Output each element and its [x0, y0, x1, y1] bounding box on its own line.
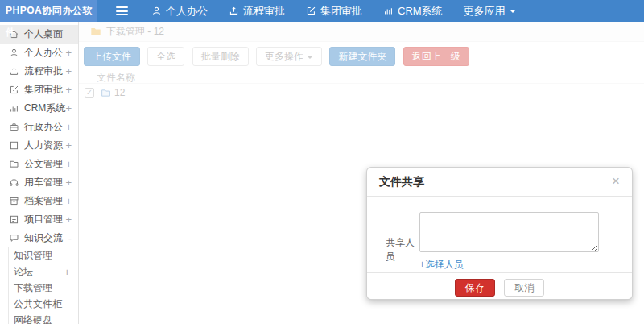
sidebar-item-workflow-approval[interactable]: 流程审批 +	[0, 62, 78, 81]
menu-toggle-button[interactable]	[116, 6, 128, 15]
sidebar-item-label: 知识交流	[24, 231, 63, 245]
process-icon	[9, 66, 19, 77]
sidebar-item-label: 公文管理	[24, 157, 63, 171]
expand-plus-icon[interactable]: +	[65, 177, 72, 188]
chart-icon	[383, 6, 394, 16]
sidebar-subitem-label: 论坛	[14, 265, 33, 279]
cancel-button[interactable]: 取消	[504, 279, 544, 297]
sidebar-subitem-label: 知识管理	[14, 249, 52, 263]
dialog-header: 文件共享 ×	[367, 168, 632, 197]
sidebar-item-label: 人力资源	[24, 139, 63, 152]
sidebar-subitem-label: 公共文件柜	[14, 297, 62, 311]
sidebar-item-label: 档案管理	[24, 194, 63, 208]
nav-item-label: 更多应用	[464, 4, 506, 19]
top-navbar: PHPOA协同办公软件 个人办公 流程审批 集团审批 CRM系统 更多应用	[0, 0, 644, 22]
sidebar-subitem-download-mgmt[interactable]: 下载管理	[9, 280, 78, 296]
sidebar-item-label: 个人桌面	[24, 27, 63, 41]
knowledge-exchange-submenu: 知识管理 论坛 + 下载管理 公共文件柜 网络硬盘	[8, 247, 78, 324]
expand-plus-icon[interactable]: +	[65, 48, 72, 58]
expand-plus-icon[interactable]: +	[65, 66, 72, 77]
sidebar-item-vehicle-mgmt[interactable]: 用车管理 +	[0, 173, 78, 192]
nav-item-label: CRM系统	[398, 4, 443, 19]
app-logo: PHPOA协同办公软件	[0, 0, 97, 22]
expand-plus-icon[interactable]: +	[65, 196, 72, 206]
expand-plus-icon[interactable]: +	[65, 140, 72, 151]
chart-icon	[9, 103, 19, 114]
nav-item-crm[interactable]: CRM系统	[373, 0, 453, 22]
sidebar-item-hr[interactable]: 人力资源 +	[0, 136, 78, 155]
sidebar-subitem-public-file-cabinet[interactable]: 公共文件柜	[9, 296, 78, 312]
document-icon	[9, 214, 19, 225]
top-menu: 个人办公 流程审批 集团审批 CRM系统 更多应用	[141, 0, 526, 22]
sidebar-item-admin-office[interactable]: 行政办公 +	[0, 118, 78, 136]
nav-item-label: 个人办公	[166, 4, 208, 19]
user-icon	[151, 6, 162, 16]
collapse-minus-icon[interactable]: -	[68, 233, 72, 243]
sidebar-item-archive-mgmt[interactable]: 档案管理 +	[0, 192, 78, 210]
sidebar-item-label: CRM系统	[24, 102, 65, 115]
sidebar-subitem-label: 下载管理	[14, 281, 52, 295]
sidebar-item-label: 流程审批	[24, 64, 63, 78]
dialog-body: 共享人员 +选择人员	[367, 197, 632, 272]
sidebar-subitem-label: 网络硬盘	[14, 314, 52, 324]
sidebar-item-crm[interactable]: CRM系统 +	[0, 99, 78, 118]
sidebar-item-label: 项目管理	[24, 213, 63, 226]
sidebar-item-group-approval[interactable]: 集团审批 +	[0, 81, 78, 99]
sidebar-item-personal-office[interactable]: 个人办公 +	[0, 44, 78, 62]
nav-item-label: 集团审批	[320, 4, 362, 19]
sidebar-item-label: 集团审批	[24, 83, 63, 97]
dialog-title: 文件共享	[379, 175, 424, 188]
sidebar-subitem-knowledge-mgmt[interactable]: 知识管理	[9, 247, 78, 264]
headset-icon	[9, 177, 19, 188]
expand-plus-icon[interactable]: +	[65, 122, 72, 132]
expand-plus-icon[interactable]: +	[65, 159, 72, 169]
nav-item-workflow-approval[interactable]: 流程审批	[218, 0, 295, 22]
sidebar-item-label: 个人办公	[24, 46, 63, 60]
archive-icon	[9, 196, 19, 206]
expand-plus-icon[interactable]: +	[64, 267, 70, 277]
book-icon	[9, 140, 19, 151]
edit-icon	[306, 6, 316, 16]
sidebar: 个人桌面 个人办公 + 流程审批 + 集团审批 + CRM系统 + 行政办公 +…	[0, 22, 79, 324]
share-people-textarea[interactable]	[419, 212, 599, 252]
expand-plus-icon[interactable]: +	[65, 85, 72, 95]
share-people-label: 共享人员	[386, 236, 419, 272]
process-icon	[229, 6, 239, 16]
nav-item-group-approval[interactable]: 集团审批	[295, 0, 373, 22]
caret-down-icon	[510, 10, 516, 13]
sidebar-item-project-mgmt[interactable]: 项目管理 +	[0, 210, 78, 229]
sidebar-item-label: 用车管理	[24, 176, 63, 189]
expand-plus-icon[interactable]: +	[65, 103, 72, 114]
select-people-link[interactable]: +选择人员	[419, 258, 464, 272]
edit-icon	[9, 85, 19, 95]
file-share-dialog: 文件共享 × 共享人员 +选择人员 保存 取消	[366, 167, 633, 300]
sidebar-subitem-forum[interactable]: 论坛 +	[9, 264, 78, 280]
expand-plus-icon[interactable]: +	[65, 214, 72, 225]
save-button[interactable]: 保存	[455, 279, 495, 297]
sidebar-item-official-docs[interactable]: 公文管理 +	[0, 155, 78, 173]
nav-item-label: 流程审批	[243, 4, 285, 19]
chat-icon	[9, 233, 19, 243]
nav-item-more-apps[interactable]: 更多应用	[453, 0, 526, 22]
sidebar-subitem-network-disk[interactable]: 网络硬盘	[9, 312, 78, 324]
dialog-footer: 保存 取消	[367, 272, 632, 299]
sidebar-item-knowledge-exchange[interactable]: 知识交流 -	[0, 229, 78, 247]
close-icon[interactable]: ×	[612, 168, 620, 194]
folder-icon	[9, 159, 19, 169]
user-icon	[9, 48, 19, 58]
nav-item-personal-office[interactable]: 个人办公	[141, 0, 218, 22]
briefcase-icon	[9, 122, 19, 132]
sidebar-item-label: 行政办公	[24, 120, 63, 134]
